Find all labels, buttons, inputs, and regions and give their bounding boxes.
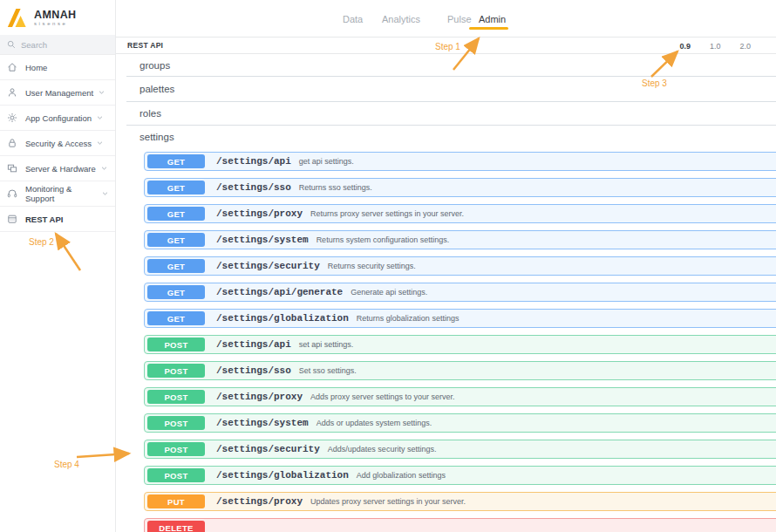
brand-logo-icon — [7, 8, 30, 28]
endpoint-row-get-settings-globalization[interactable]: GET/settings/globalizationReturns global… — [144, 309, 776, 328]
endpoint-row-post-settings-globalization[interactable]: POST/settings/globalizationAdd globaliza… — [144, 466, 776, 485]
endpoint-row-get-settings-sso[interactable]: GET/settings/ssoReturns sso settings. — [144, 178, 776, 197]
chevron-down-icon — [97, 141, 103, 145]
method-badge: GET — [147, 181, 205, 194]
section-palettes[interactable]: palettes — [126, 77, 776, 102]
server-icon — [7, 163, 17, 174]
method-badge: POST — [147, 364, 205, 378]
search-input[interactable] — [21, 40, 108, 50]
endpoint-path: /settings/security — [216, 444, 320, 454]
sidebar-item-app-configuration[interactable]: App Configuration — [0, 106, 115, 131]
sidebar-item-monitoring-support[interactable]: Monitoring & Support — [0, 181, 115, 207]
sidebar-item-server-hardware[interactable]: Server & Hardware — [0, 156, 115, 181]
endpoint-description: Adds proxy server settings to your serve… — [310, 392, 455, 401]
endpoint-row-get-settings-api-generate[interactable]: GET/settings/api/generateGenerate api se… — [144, 283, 776, 302]
endpoint-path: /settings/api — [216, 339, 291, 350]
step4-label: Step 4 — [54, 460, 79, 469]
sidebar-item-label: Monitoring & Support — [25, 184, 97, 203]
endpoint-row-get-settings-proxy[interactable]: GET/settings/proxyReturns proxy server s… — [144, 204, 776, 223]
api-version-switcher: 0.91.02.0 — [679, 38, 751, 54]
brand-name: AMNAH — [34, 10, 77, 20]
lock-icon — [7, 138, 17, 148]
sidebar-item-user-management[interactable]: User Management — [0, 80, 115, 106]
endpoint-path: /settings/proxy — [216, 208, 303, 219]
method-badge: GET — [147, 233, 205, 247]
endpoint-description: get api settings. — [299, 157, 354, 166]
page-title: REST API — [127, 38, 163, 54]
tab-data[interactable]: Data — [343, 14, 363, 24]
endpoint-description: Adds/updates security settings. — [328, 445, 437, 454]
sidebar-item-label: Security & Access — [25, 139, 92, 148]
brand-logo: AMNAH sisense — [0, 0, 115, 35]
method-badge: POST — [147, 338, 205, 351]
endpoint-description: Add globalization settings — [357, 471, 446, 480]
endpoint-row-post-settings-api[interactable]: POST/settings/apiset api settings. — [144, 335, 776, 354]
endpoint-path: /settings/sso — [216, 182, 291, 193]
endpoint-path: /settings/system — [216, 418, 309, 428]
endpoint-description: Returns globalization settings — [357, 314, 459, 323]
method-badge: GET — [147, 207, 205, 221]
endpoint-row-delete[interactable]: DELETE — [144, 518, 776, 532]
sidebar-item-label: REST API — [25, 215, 63, 224]
method-badge: GET — [147, 259, 205, 273]
section-roles[interactable]: roles — [126, 102, 776, 126]
chevron-down-icon — [102, 192, 108, 195]
version-1.0[interactable]: 1.0 — [710, 42, 721, 51]
sidebar-item-label: Home — [25, 63, 47, 72]
top-navigation-bar: DataAnalyticsPulseAdmin — [116, 0, 776, 38]
sidebar-item-security-access[interactable]: Security & Access — [0, 131, 115, 156]
endpoint-description: Adds or updates system settings. — [317, 419, 432, 427]
endpoint-path: /settings/api — [216, 156, 291, 167]
tab-analytics[interactable]: Analytics — [382, 14, 420, 24]
endpoint-row-get-settings-system[interactable]: GET/settings/systemReturns system config… — [144, 230, 776, 249]
method-badge: POST — [147, 442, 205, 456]
endpoint-description: Set sso settings. — [299, 366, 357, 375]
version-2.0[interactable]: 2.0 — [739, 42, 751, 51]
endpoint-path: /settings/security — [216, 261, 320, 271]
endpoint-path: /settings/proxy — [216, 496, 303, 507]
step1-label: Step 1 — [435, 42, 460, 51]
sidebar-item-label: Server & Hardware — [25, 164, 96, 174]
method-badge: GET — [147, 311, 205, 325]
home-icon — [7, 62, 17, 72]
api-sections: groupspalettesrolessettings — [116, 54, 776, 148]
sidebar: AMNAH sisense HomeUser ManagementApp Con… — [0, 0, 116, 532]
search-box[interactable] — [0, 35, 115, 55]
chevron-down-icon — [99, 91, 105, 94]
method-badge: PUT — [147, 494, 205, 508]
active-tab-underline — [469, 27, 508, 30]
method-badge: POST — [147, 416, 205, 430]
endpoint-row-get-settings-security[interactable]: GET/settings/securityReturns security se… — [144, 256, 776, 276]
method-badge: POST — [147, 390, 205, 404]
method-badge: DELETE — [147, 521, 205, 532]
user-icon — [7, 87, 17, 98]
sidebar-nav: HomeUser ManagementApp ConfigurationSecu… — [0, 55, 115, 232]
endpoint-row-post-settings-sso[interactable]: POST/settings/ssoSet sso settings. — [144, 361, 776, 380]
version-0.9[interactable]: 0.9 — [679, 42, 691, 51]
endpoint-path: /settings/sso — [216, 365, 291, 376]
sidebar-item-label: User Management — [25, 88, 93, 98]
api-terminal-icon — [7, 214, 17, 224]
sidebar-item-home[interactable]: Home — [0, 55, 115, 80]
gear-icon — [7, 113, 17, 123]
tab-pulse[interactable]: Pulse — [447, 14, 472, 24]
endpoint-description: set api settings. — [299, 340, 354, 349]
endpoint-path: /settings/api/generate — [216, 287, 343, 297]
chevron-down-icon — [101, 167, 107, 170]
sidebar-item-label: App Configuration — [25, 113, 92, 123]
sidebar-item-rest-api[interactable]: REST API — [0, 207, 115, 232]
method-badge: GET — [147, 154, 205, 168]
endpoint-row-put-settings-proxy[interactable]: PUT/settings/proxyUpdates proxy server s… — [144, 492, 776, 511]
chevron-down-icon — [97, 116, 103, 119]
section-settings[interactable]: settings — [126, 126, 776, 148]
endpoint-description: Returns proxy server settings in your se… — [310, 209, 464, 218]
endpoint-path: /settings/system — [216, 235, 309, 245]
endpoint-row-get-settings-api[interactable]: GET/settings/apiget api settings. — [144, 152, 776, 171]
endpoint-row-post-settings-security[interactable]: POST/settings/securityAdds/updates secur… — [144, 440, 776, 459]
endpoint-row-post-settings-proxy[interactable]: POST/settings/proxyAdds proxy server set… — [144, 387, 776, 406]
section-groups[interactable]: groups — [126, 54, 776, 77]
step3-label: Step 3 — [642, 78, 667, 88]
tab-admin[interactable]: Admin — [479, 14, 506, 24]
endpoint-row-post-settings-system[interactable]: POST/settings/systemAdds or updates syst… — [144, 413, 776, 433]
endpoint-description: Returns security settings. — [328, 262, 416, 270]
